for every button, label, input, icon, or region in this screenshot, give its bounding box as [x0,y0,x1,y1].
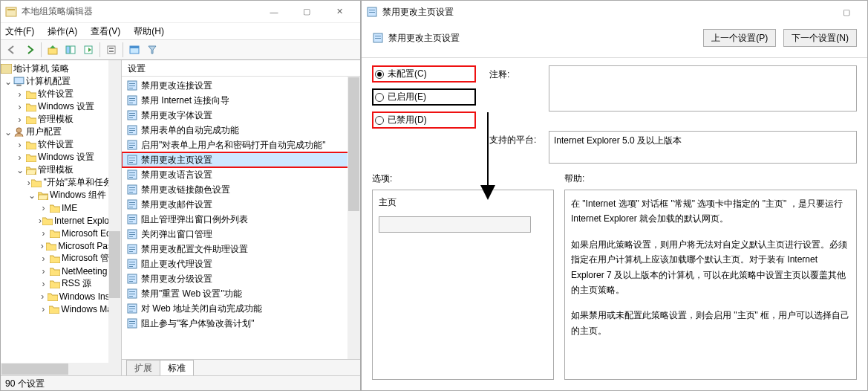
tree-cc-windows[interactable]: ›Windows 设置 [1,100,121,113]
expand-icon[interactable]: › [38,254,49,263]
tree-cc-software[interactable]: ›软件设置 [1,88,121,100]
list-row[interactable]: 禁用更改分级设置 [122,271,360,286]
list-body: 禁用更改连接设置禁用 Internet 连接向导禁用更改字体设置禁用表单的自动完… [122,77,360,359]
svg-rect-65 [129,264,135,265]
svg-rect-41 [129,175,135,175]
list-row[interactable]: 对 Web 地址关闭自动完成功能 [122,301,360,316]
list-row[interactable]: 阻止更改代理设置 [122,256,360,271]
expand-icon[interactable]: › [38,267,49,276]
radio-not-configured[interactable]: 未配置(C) [372,65,476,83]
expand-icon[interactable]: › [14,90,25,99]
collapse-icon[interactable]: ⌄ [14,166,25,175]
svg-rect-3 [66,46,70,54]
expand-icon[interactable]: › [14,153,25,162]
export-button[interactable] [80,42,97,58]
tree-ms-mgmt[interactable]: ›Microsoft 管… [1,252,121,265]
minimize-button[interactable]: — [258,1,290,22]
list-row[interactable]: 禁用更改字体设置 [122,108,360,123]
radio-disabled[interactable]: 已禁用(D) [372,112,476,129]
expand-icon[interactable]: › [38,305,49,314]
list-row[interactable]: 禁用更改连接设置 [122,78,360,93]
svg-rect-16 [129,83,135,84]
expand-icon[interactable]: › [38,292,48,301]
tree-horizontal-scrollbar[interactable] [1,363,121,375]
tree-ime[interactable]: ›IME [1,201,121,214]
comment-textarea[interactable] [549,65,857,112]
list-column-header[interactable]: 设置 [122,60,360,77]
radio-enabled[interactable]: 已启用(E) [372,88,476,106]
collapse-icon[interactable]: ⌄ [26,191,37,200]
svg-rect-52 [129,217,135,218]
tree-win-inst[interactable]: ›Windows Inst… [1,290,121,303]
tree-user-config[interactable]: ⌄用户配置 [1,126,121,138]
menu-file[interactable]: 文件(F) [4,24,36,39]
list-row[interactable]: 禁用"重置 Web 设置"功能 [122,286,360,301]
list-row[interactable]: 禁用更改语言设置 [122,167,360,182]
prev-setting-button[interactable]: 上一个设置(P) [703,29,776,47]
back-button[interactable] [4,42,20,58]
close-button[interactable]: ✕ [323,1,356,22]
list-row[interactable]: 禁用更改邮件设置 [122,197,360,212]
homepage-input[interactable] [379,216,531,233]
tree-edge[interactable]: ›Microsoft Ed… [1,227,121,239]
tab-standard[interactable]: 标准 [160,360,194,375]
setting-icon [126,169,138,181]
expand-icon[interactable]: › [14,140,25,149]
list-row[interactable]: 禁用 Internet 连接向导 [122,93,360,108]
platform-label: 支持的平台: [489,131,549,146]
svg-rect-33 [129,145,135,146]
tree-cc-templates[interactable]: ›管理模板 [1,113,121,126]
expand-icon[interactable]: › [38,204,49,213]
scroll-thumb[interactable] [1,363,68,375]
up-button[interactable] [45,42,61,58]
svg-rect-72 [129,291,135,292]
list-row[interactable]: 阻止参与"客户体验改善计划" [122,316,360,331]
tree-netmeeting[interactable]: ›NetMeeting [1,265,121,277]
tree-vertical-scrollbar[interactable] [108,60,121,363]
tab-extended[interactable]: 扩展 [126,360,160,375]
tree-uc-windows[interactable]: ›Windows 设置 [1,151,121,164]
list-row-label: 关闭弹出窗口管理 [141,228,212,241]
show-hide-tree-button[interactable] [62,42,79,58]
list-row[interactable]: 禁用表单的自动完成功能 [122,123,360,138]
list-vertical-scrollbar[interactable] [347,77,360,359]
expand-icon[interactable]: › [14,115,25,124]
menu-view[interactable]: 查看(V) [89,24,122,39]
list-row[interactable]: 禁用更改主页设置 [122,152,360,167]
list-row[interactable]: 关闭弹出窗口管理 [122,227,360,242]
forward-button[interactable] [22,42,38,58]
menu-action[interactable]: 操作(A) [46,24,79,39]
scroll-thumb[interactable] [348,77,359,211]
properties-button[interactable] [103,42,120,58]
expand-icon[interactable]: › [14,103,25,112]
list-row[interactable]: 启用"对表单上用户名和密码打开自动完成功能" [122,138,360,152]
next-setting-button[interactable]: 下一个设置(N) [783,29,857,47]
tree-rss[interactable]: ›RSS 源 [1,277,121,290]
expand-icon[interactable]: › [38,229,49,238]
filter-button[interactable] [144,42,160,58]
collapse-icon[interactable]: ⌄ [2,128,13,137]
tree-ie[interactable]: ›Internet Explor… [1,214,121,227]
tree-computer-config[interactable]: ⌄计算机配置 [1,75,121,88]
gpedit-tree[interactable]: 地计算机 策略 ⌄计算机配置 ›软件设置 ›Windows 设置 ›管理模板 ⌄… [1,60,122,375]
list-row[interactable]: 禁用更改配置文件助理设置 [122,242,360,256]
list-row[interactable]: 阻止管理弹出窗口例外列表 [122,212,360,227]
menu-help[interactable]: 帮助(H) [132,24,166,39]
scroll-thumb[interactable] [109,231,120,298]
expand-icon[interactable]: › [26,178,31,187]
expand-icon[interactable]: › [38,242,46,251]
maximize-button[interactable]: ▢ [290,1,323,22]
tree-win-mail[interactable]: ›Windows Ma… [1,303,121,315]
expand-icon[interactable]: › [38,279,49,288]
svg-rect-78 [129,311,133,311]
tree-passport[interactable]: ›Microsoft Pas… [1,239,121,252]
maximize-button[interactable]: ▢ [830,1,863,22]
collapse-icon[interactable]: ⌄ [2,77,13,86]
tree-root[interactable]: 地计算机 策略 [1,62,121,75]
tree-uc-software[interactable]: ›软件设置 [1,138,121,151]
list-row[interactable]: 禁用更改链接颜色设置 [122,182,360,197]
refresh-button[interactable] [126,42,143,58]
tree-start-menu[interactable]: ›"开始"菜单和任务… [1,176,121,189]
tree-uc-templates[interactable]: ⌄管理模板 [1,164,121,176]
tree-win-components[interactable]: ⌄Windows 组件 [1,189,121,201]
